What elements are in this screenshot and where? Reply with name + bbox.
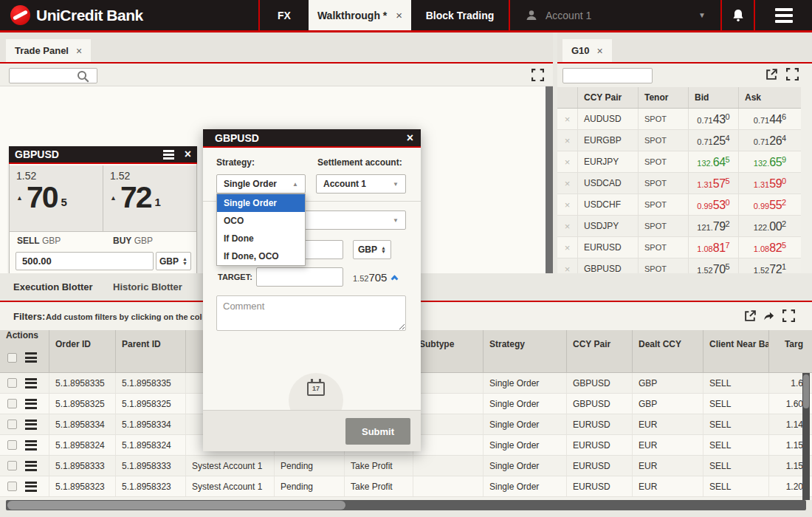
close-tab-icon[interactable]: × xyxy=(396,9,402,21)
cell-ask[interactable]: 132.659 xyxy=(739,151,801,172)
nav-tab-fx[interactable]: FX xyxy=(260,0,309,30)
cell-bid[interactable]: 1.08817 xyxy=(689,237,739,258)
row-menu-icon[interactable] xyxy=(25,399,37,409)
g10-row[interactable]: × EURUSD SPOT 1.08817 1.08825 xyxy=(557,237,801,258)
blotter-row[interactable]: 5.1.8958333 5.1.8958333 Systest Account … xyxy=(0,456,812,476)
header-menu-icon[interactable] xyxy=(25,352,37,363)
header-parent-id[interactable]: Parent ID xyxy=(116,330,186,372)
remove-pair-icon[interactable]: × xyxy=(557,130,578,151)
vertical-scrollbar[interactable] xyxy=(546,86,553,273)
cell-ask[interactable]: 1.08825 xyxy=(739,237,801,258)
settlement-account-select[interactable]: Account 1 ▼ xyxy=(316,174,406,194)
modal-header[interactable]: GBPUSD × xyxy=(203,129,421,148)
close-tab-icon[interactable]: × xyxy=(597,45,603,57)
row-checkbox[interactable] xyxy=(7,420,17,429)
expand-icon[interactable] xyxy=(531,69,544,81)
cell-ask[interactable]: 122.002 xyxy=(739,216,801,236)
buy-price-tile[interactable]: 1.52 ▲ 72 1 xyxy=(103,165,196,231)
row-menu-icon[interactable] xyxy=(25,482,37,492)
widget-menu-icon[interactable] xyxy=(163,150,174,160)
menu-button[interactable] xyxy=(755,0,812,30)
header-order-id[interactable]: Order ID xyxy=(49,330,116,372)
row-menu-icon[interactable] xyxy=(25,461,37,471)
cell-ask[interactable]: 0.71446 xyxy=(739,109,801,129)
blotter-horizontal-scrollbar[interactable] xyxy=(6,500,806,510)
cell-bid[interactable]: 132.645 xyxy=(689,151,739,172)
g10-row[interactable]: × GBPUSD SPOT 1.52705 1.52721 xyxy=(557,258,801,273)
remove-pair-icon[interactable]: × xyxy=(557,216,578,236)
g10-row[interactable]: × AUDUSD SPOT 0.71430 0.71446 xyxy=(557,109,801,130)
strategy-option[interactable]: If Done, OCO xyxy=(217,247,305,265)
remove-pair-icon[interactable]: × xyxy=(557,258,578,273)
remove-pair-icon[interactable]: × xyxy=(557,109,578,129)
export-icon[interactable] xyxy=(765,68,778,81)
header-target[interactable]: Targ xyxy=(769,330,812,372)
g10-row[interactable]: × USDCAD SPOT 1.31575 1.31590 xyxy=(557,173,801,194)
row-checkbox[interactable] xyxy=(7,399,17,408)
g10-row[interactable]: × USDCHF SPOT 0.99530 0.99552 xyxy=(557,194,801,216)
cell-ask[interactable]: 0.71264 xyxy=(739,130,801,151)
expand-icon[interactable] xyxy=(782,309,795,322)
header-dealt-ccy[interactable]: Dealt CCY xyxy=(633,330,703,372)
tab-historic-blotter[interactable]: Historic Blotter xyxy=(113,281,182,292)
close-tab-icon[interactable]: × xyxy=(76,45,82,57)
g10-header-bid[interactable]: Bid xyxy=(689,87,739,108)
select-all-checkbox[interactable] xyxy=(7,353,17,363)
row-checkbox[interactable] xyxy=(7,461,17,470)
header-actions[interactable]: Actions xyxy=(0,330,49,372)
cell-bid[interactable]: 1.31575 xyxy=(689,173,739,194)
cell-ask[interactable]: 0.99552 xyxy=(739,194,801,215)
g10-row[interactable]: × EURGBP SPOT 0.71254 0.71264 xyxy=(557,130,801,151)
market-rate-button[interactable]: 1.52705 xyxy=(353,271,397,284)
row-checkbox[interactable] xyxy=(7,482,17,491)
sell-price-tile[interactable]: 1.52 ▲ 70 5 xyxy=(10,165,103,231)
g10-header-ask[interactable]: Ask xyxy=(739,87,801,108)
cell-bid[interactable]: 0.71430 xyxy=(689,109,739,129)
target-input[interactable] xyxy=(256,267,343,287)
blotter-row[interactable]: 5.1.8958323 5.1.8958323 Systest Account … xyxy=(0,476,812,497)
remove-pair-icon[interactable]: × xyxy=(557,194,578,215)
row-menu-icon[interactable] xyxy=(25,378,37,388)
remove-pair-icon[interactable]: × xyxy=(557,237,578,258)
order-currency-stepper[interactable]: GBP ▲▼ xyxy=(353,240,391,259)
cell-bid[interactable]: 121.792 xyxy=(689,216,739,236)
submit-button[interactable]: Submit xyxy=(345,418,410,445)
widget-close-icon[interactable]: × xyxy=(185,148,191,160)
cell-ask[interactable]: 1.52721 xyxy=(739,258,801,273)
g10-header-ccy-pair[interactable]: CCY Pair xyxy=(578,87,639,108)
remove-pair-icon[interactable]: × xyxy=(557,173,578,194)
tab-g10[interactable]: G10 × xyxy=(562,39,612,62)
amount-input[interactable] xyxy=(16,252,154,270)
share-icon[interactable] xyxy=(763,309,775,322)
strategy-select[interactable]: Single Order ▲ xyxy=(216,174,306,194)
g10-search-input[interactable] xyxy=(562,68,653,83)
cell-bid[interactable]: 1.52705 xyxy=(689,258,739,273)
export-icon[interactable] xyxy=(744,309,757,322)
notifications-button[interactable] xyxy=(722,0,755,30)
nav-tab-block-trading[interactable]: Block Trading xyxy=(411,0,510,30)
row-checkbox[interactable] xyxy=(7,440,17,450)
modal-close-icon[interactable]: × xyxy=(407,132,413,144)
g10-row[interactable]: × EURJPY SPOT 132.645 132.659 xyxy=(557,151,801,173)
row-menu-icon[interactable] xyxy=(25,440,37,451)
tab-execution-blotter[interactable]: Execution Blotter xyxy=(13,281,93,292)
tab-trade-panel[interactable]: Trade Panel × xyxy=(6,39,91,62)
g10-row[interactable]: × USDJPY SPOT 121.792 122.002 xyxy=(557,216,801,237)
row-checkbox[interactable] xyxy=(7,378,17,388)
strategy-option[interactable]: If Done xyxy=(217,230,305,247)
remove-pair-icon[interactable]: × xyxy=(557,151,578,172)
header-subtype[interactable]: Subtype xyxy=(413,330,484,372)
blotter-vertical-scrollbar[interactable] xyxy=(802,373,810,500)
cell-bid[interactable]: 0.71254 xyxy=(689,130,739,151)
header-client-near-base[interactable]: Client Near Bas xyxy=(703,330,769,372)
strategy-option[interactable]: OCO xyxy=(217,212,305,230)
cell-bid[interactable]: 0.99530 xyxy=(689,194,739,215)
header-strategy[interactable]: Strategy xyxy=(484,330,567,372)
account-selector[interactable]: Account 1 ▼ xyxy=(510,0,722,30)
expand-icon[interactable] xyxy=(786,68,799,81)
header-ccy-pair[interactable]: CCY Pair xyxy=(567,330,633,372)
strategy-option[interactable]: Single Order xyxy=(217,194,305,212)
g10-header-tenor[interactable]: Tenor xyxy=(639,87,689,108)
nav-tab-walkthrough[interactable]: Walkthrough * × xyxy=(309,0,411,30)
cell-ask[interactable]: 1.31590 xyxy=(739,173,801,194)
